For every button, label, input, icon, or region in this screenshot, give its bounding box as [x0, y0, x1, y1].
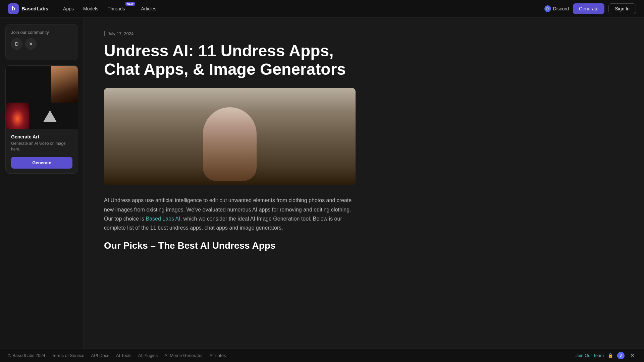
footer-ai-meme[interactable]: AI Meme Generator — [164, 353, 203, 358]
based-labs-link[interactable]: Based Labs AI — [146, 216, 180, 222]
hero-figure — [104, 88, 356, 185]
footer-affiliates[interactable]: Affiliates — [210, 353, 226, 358]
article-date-bar: July 17, 2024 — [104, 31, 399, 36]
nav-links: Apps Models Threads NEW Articles — [59, 4, 544, 13]
footer-discord-icon[interactable]: D — [617, 352, 625, 359]
discord-icon: D — [544, 5, 551, 12]
community-title: Join our community — [11, 30, 72, 35]
footer-ai-tools[interactable]: AI Tools — [116, 353, 131, 358]
logo-icon: b — [8, 3, 19, 14]
widget-title: Generate Art — [11, 134, 72, 139]
footer-x-icon[interactable]: ✕ — [629, 352, 636, 359]
nav-apps[interactable]: Apps — [59, 4, 78, 13]
discord-community-icon[interactable]: D — [11, 38, 22, 50]
join-team-icon: 🔒 — [608, 353, 613, 358]
navbar: b BasedLabs Apps Models Threads NEW Arti… — [0, 0, 644, 17]
join-team-link[interactable]: Join Our Team — [576, 353, 604, 358]
generate-button[interactable]: Generate — [573, 3, 604, 14]
community-icons: D ✕ — [11, 38, 72, 50]
sidebar: Join our community D ✕ — [0, 17, 84, 362]
main-content: July 17, 2024 Undress AI: 11 Undress App… — [84, 17, 419, 362]
widget-image-small1 — [6, 103, 29, 129]
footer-right: Join Our Team 🔒 D ✕ — [576, 352, 636, 359]
article-paragraph-1: AI Undress apps use artificial intellige… — [104, 196, 356, 232]
x-community-icon[interactable]: ✕ — [25, 38, 37, 50]
community-widget: Join our community D ✕ — [5, 24, 78, 60]
widget-generate-button[interactable]: Generate — [11, 157, 72, 169]
discord-link[interactable]: D Discord — [544, 5, 569, 12]
footer-ai-plugins[interactable]: AI Plugins — [138, 353, 158, 358]
article-hero-image — [104, 88, 356, 185]
footer-api-docs[interactable]: API Docs — [91, 353, 109, 358]
nav-threads[interactable]: Threads NEW — [104, 4, 136, 13]
widget-desc: Generate an AI video or image here. — [11, 141, 72, 152]
new-badge: NEW — [125, 2, 135, 6]
nav-right: D Discord Generate Sign In — [544, 3, 636, 14]
triangle-figure — [43, 110, 57, 122]
page-container: Join our community D ✕ — [0, 0, 644, 362]
brand-name: BasedLabs — [21, 6, 48, 11]
nav-articles[interactable]: Articles — [137, 4, 160, 13]
widget-image-small2 — [30, 103, 70, 129]
widget-images — [6, 66, 78, 129]
footer-left: © BasedLabs 2024 Terms of Service API Do… — [8, 353, 226, 358]
nav-models[interactable]: Models — [79, 4, 102, 13]
copyright: © BasedLabs 2024 — [8, 353, 45, 358]
signin-button[interactable]: Sign In — [608, 3, 636, 14]
generate-art-widget: Generate Art Generate an AI video or ima… — [5, 65, 78, 174]
brand-logo[interactable]: b BasedLabs — [8, 3, 48, 14]
article-date: July 17, 2024 — [108, 31, 133, 36]
widget-image-main — [51, 66, 78, 103]
footer-terms[interactable]: Terms of Service — [52, 353, 85, 358]
article-title: Undress AI: 11 Undress Apps, Chat Apps, … — [104, 42, 356, 78]
article-subheading: Our Picks – The Best AI Undress Apps — [104, 240, 356, 251]
date-bar-line — [104, 31, 105, 36]
widget-content: Generate Art Generate an AI video or ima… — [6, 129, 78, 173]
footer: © BasedLabs 2024 Terms of Service API Do… — [0, 349, 644, 362]
article-body: AI Undress apps use artificial intellige… — [104, 196, 356, 251]
